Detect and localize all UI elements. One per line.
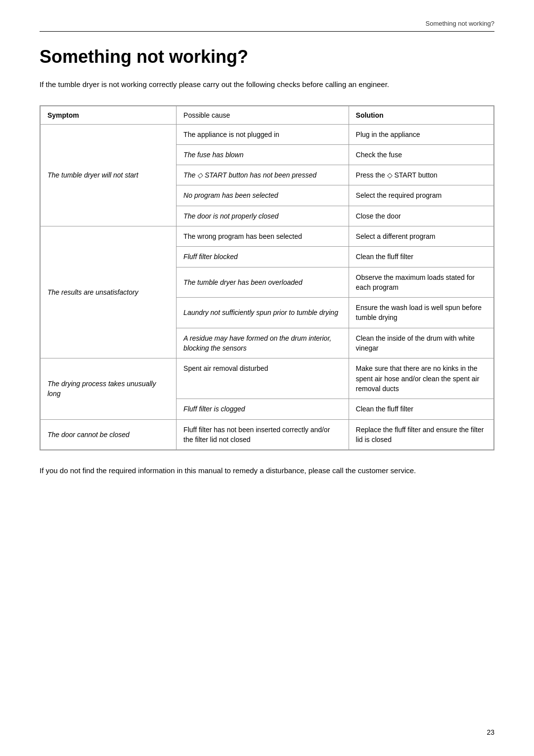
cause-cell: The ◇ START button has not been pressed (177, 165, 349, 185)
solution-cell: Replace the fluff filter and ensure the … (349, 419, 493, 450)
solution-cell: Clean the fluff filter (349, 247, 493, 267)
cause-cell: The tumble dryer has been overloaded (177, 267, 349, 298)
cause-cell: Fluff filter blocked (177, 247, 349, 267)
solution-cell: Observe the maximum loads stated for eac… (349, 267, 493, 298)
cause-cell: Laundry not sufficiently spun prior to t… (177, 298, 349, 328)
troubleshooting-table: Symptom Possible cause Solution The tumb… (40, 106, 494, 450)
cause-cell: The wrong program has been selected (177, 226, 349, 246)
solution-cell: Select a different program (349, 226, 493, 246)
solution-cell: Check the fuse (349, 144, 493, 165)
cause-cell: The door is not properly closed (177, 206, 349, 226)
table-row: The door cannot be closed Fluff filter h… (41, 419, 494, 450)
solution-cell: Press the ◇ START button (349, 165, 493, 185)
cause-cell: Spent air removal disturbed (177, 358, 349, 399)
col-header-solution: Solution (349, 106, 493, 124)
header-bar: Something not working? (40, 20, 494, 32)
table-row: The drying process takes unusually long … (41, 358, 494, 399)
solution-cell: Select the required program (349, 185, 493, 206)
cause-cell: No program has been selected (177, 185, 349, 206)
col-header-cause: Possible cause (177, 106, 349, 124)
page-title: Something not working? (40, 46, 494, 67)
solution-cell: Clean the fluff filter (349, 399, 493, 419)
solution-cell: Close the door (349, 206, 493, 226)
intro-paragraph: If the tumble dryer is not working corre… (40, 79, 494, 90)
table-header-row: Symptom Possible cause Solution (41, 106, 494, 124)
symptom-cell-3: The drying process takes unusually long (41, 358, 177, 419)
page: Something not working? Something not wor… (0, 0, 534, 756)
cause-cell: The appliance is not plugged in (177, 124, 349, 144)
solution-cell: Plug in the appliance (349, 124, 493, 144)
footer-paragraph: If you do not find the required informat… (40, 465, 494, 477)
col-header-symptom: Symptom (41, 106, 177, 124)
solution-cell: Clean the inside of the drum with white … (349, 328, 493, 358)
cause-cell: A residue may have formed on the drum in… (177, 328, 349, 358)
solution-cell: Ensure the wash load is well spun before… (349, 298, 493, 328)
cause-cell: Fluff filter is clogged (177, 399, 349, 419)
table-row: The results are unsatisfactory The wrong… (41, 226, 494, 246)
symptom-cell-4: The door cannot be closed (41, 419, 177, 450)
cause-cell: Fluff filter has not been inserted corre… (177, 419, 349, 450)
symptom-cell-1: The tumble dryer will not start (41, 124, 177, 226)
header-text: Something not working? (426, 20, 494, 27)
troubleshooting-table-container: Symptom Possible cause Solution The tumb… (40, 105, 494, 451)
cause-cell: The fuse has blown (177, 144, 349, 165)
solution-cell: Make sure that there are no kinks in the… (349, 358, 493, 399)
page-number: 23 (487, 728, 494, 736)
table-row: The tumble dryer will not start The appl… (41, 124, 494, 144)
symptom-cell-2: The results are unsatisfactory (41, 226, 177, 358)
